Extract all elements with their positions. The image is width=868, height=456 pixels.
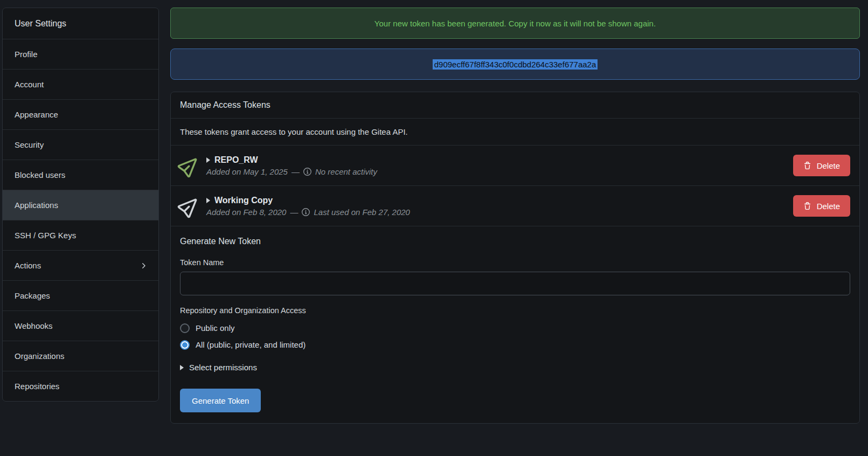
access-scope-label: Repository and Organization Access [180,306,850,315]
sidebar-item-account[interactable]: Account [3,69,158,99]
sidebar-item-label: Security [15,140,44,149]
token-added: Added on Feb 8, 2020 [206,208,286,217]
success-banner: Your new token has been generated. Copy … [170,8,860,39]
page: User Settings Profile Account Appearance… [0,0,868,432]
token-name: REPO_RW [214,155,258,165]
settings-sidebar: User Settings Profile Account Appearance… [2,8,159,402]
token-name-toggle[interactable]: REPO_RW [206,155,377,165]
info-icon [303,168,311,176]
success-message: Your new token has been generated. Copy … [374,19,656,28]
sidebar-item-actions[interactable]: Actions [3,250,158,280]
radio-public-only[interactable]: Public only [180,320,850,336]
sidebar-item-label: Organizations [15,351,65,361]
sidebar-title: User Settings [3,8,158,39]
sidebar-item-label: SSH / GPG Keys [15,231,76,240]
paper-airplane-icon [176,152,204,179]
token-added: Added on May 1, 2025 [206,167,288,176]
panel-description: These tokens grant access to your accoun… [171,119,859,146]
sidebar-item-label: Blocked users [15,170,65,179]
expand-triangle-icon [180,365,184,370]
chevron-right-icon [139,261,148,270]
generate-token-section: Generate New Token Token Name Repository… [171,226,859,423]
radio-label: Public only [196,323,235,333]
info-icon [302,208,310,216]
token-activity: No recent activity [315,167,377,176]
token-info: Working Copy Added on Feb 8, 2020 — Last… [206,196,410,217]
token-name-label: Token Name [180,258,850,267]
delete-token-button[interactable]: Delete [793,155,850,176]
token-meta: Added on Feb 8, 2020 — Last used on Feb … [206,208,410,217]
sidebar-item-applications[interactable]: Applications [3,190,158,220]
token-name-input[interactable] [180,272,850,295]
generate-token-button[interactable]: Generate Token [180,389,261,412]
sidebar-item-blocked-users[interactable]: Blocked users [3,160,158,190]
token-meta: Added on May 1, 2025 — No recent activit… [206,167,377,176]
sidebar-item-label: Applications [15,201,58,210]
sidebar-item-organizations[interactable]: Organizations [3,341,158,371]
access-tokens-panel: Manage Access Tokens These tokens grant … [170,92,860,424]
token-row: Working Copy Added on Feb 8, 2020 — Last… [171,186,859,226]
panel-title: Manage Access Tokens [171,92,859,119]
delete-label: Delete [817,202,840,211]
select-permissions-label: Select permissions [189,363,257,372]
sidebar-item-appearance[interactable]: Appearance [3,99,158,129]
sidebar-item-label: Account [15,80,44,89]
meta-dash: — [290,208,298,217]
sidebar-item-label: Actions [15,261,41,270]
sidebar-item-packages[interactable]: Packages [3,280,158,310]
sidebar-item-profile[interactable]: Profile [3,39,158,69]
main-content: Your new token has been generated. Copy … [170,8,860,432]
radio-unchecked-icon [180,323,190,333]
sidebar-item-security[interactable]: Security [3,129,158,160]
sidebar-item-label: Profile [15,50,38,59]
sidebar-item-label: Appearance [15,110,58,119]
sidebar-item-repositories[interactable]: Repositories [3,371,158,401]
sidebar-item-label: Webhooks [15,321,53,330]
radio-all-access[interactable]: All (public, private, and limited) [180,336,850,353]
generate-section-title: Generate New Token [180,237,850,246]
token-info: REPO_RW Added on May 1, 2025 — No recent… [206,155,377,176]
trash-icon [803,162,811,170]
meta-dash: — [291,167,300,176]
trash-icon [803,202,811,210]
sidebar-item-ssh-gpg-keys[interactable]: SSH / GPG Keys [3,220,158,250]
expand-triangle-icon [206,157,210,163]
token-name-toggle[interactable]: Working Copy [206,196,410,205]
token-name: Working Copy [214,196,273,205]
delete-label: Delete [817,161,840,170]
select-permissions-toggle[interactable]: Select permissions [180,363,850,372]
token-activity: Last used on Feb 27, 2020 [314,208,409,217]
delete-token-button[interactable]: Delete [793,195,850,217]
new-token-value[interactable]: d909ecff67f8ff343c0f0cdbd264c33ef677aa2a [433,59,598,70]
radio-label: All (public, private, and limited) [196,340,305,349]
sidebar-item-label: Packages [15,291,50,300]
radio-checked-icon [180,340,190,350]
new-token-box: d909ecff67f8ff343c0f0cdbd264c33ef677aa2a [170,49,860,80]
sidebar-item-label: Repositories [15,382,59,391]
sidebar-item-webhooks[interactable]: Webhooks [3,310,158,341]
token-row: REPO_RW Added on May 1, 2025 — No recent… [171,146,859,186]
paper-airplane-icon [176,192,204,220]
expand-triangle-icon [206,198,210,203]
